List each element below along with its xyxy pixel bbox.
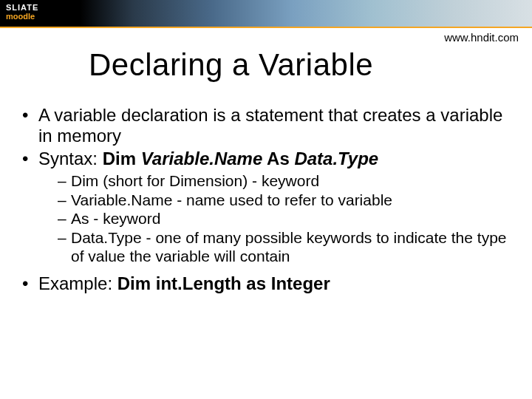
bullet-item: Example: Dim int.Length as Integer — [22, 273, 510, 294]
banner-logo: SLIATE moodle — [6, 3, 38, 21]
slide: SLIATE moodle www.hndit.com Declaring a … — [0, 0, 532, 399]
content-area: A variable declaration is a statement th… — [22, 105, 510, 294]
bullet-item: A variable declaration is a statement th… — [22, 105, 510, 147]
bullet-text: A variable declaration is a statement th… — [38, 105, 502, 146]
url-text: www.hndit.com — [444, 31, 519, 44]
bullet-list: A variable declaration is a statement th… — [22, 105, 510, 294]
example-label: Example: — [38, 273, 117, 293]
dash-item: Data.Type - one of many possible keyword… — [58, 229, 510, 266]
bullet-item: Syntax: Dim Variable.Name As Data.Type D… — [22, 149, 510, 266]
syntax-label: Syntax: — [38, 149, 103, 168]
code-as: As — [262, 149, 294, 168]
code-datatype: Data.Type — [294, 149, 378, 168]
banner: SLIATE moodle — [0, 0, 532, 28]
dash-item: As - keyword — [58, 210, 510, 228]
dash-item: Variable.Name - name used to refer to va… — [58, 191, 510, 210]
slide-title: Declaring a Variable — [89, 47, 532, 83]
dash-item: Dim (short for Dimension) - keyword — [58, 172, 510, 191]
logo-text-1: SLIATE — [6, 3, 38, 12]
example-code: Dim int.Length as Integer — [117, 273, 330, 293]
syntax-code: Dim Variable.Name As Data.Type — [103, 149, 378, 168]
code-dim: Dim — [103, 149, 141, 168]
dash-list: Dim (short for Dimension) - keyword Vari… — [58, 172, 510, 266]
code-varname: Variable.Name — [141, 149, 263, 168]
logo-text-2: moodle — [6, 12, 35, 21]
